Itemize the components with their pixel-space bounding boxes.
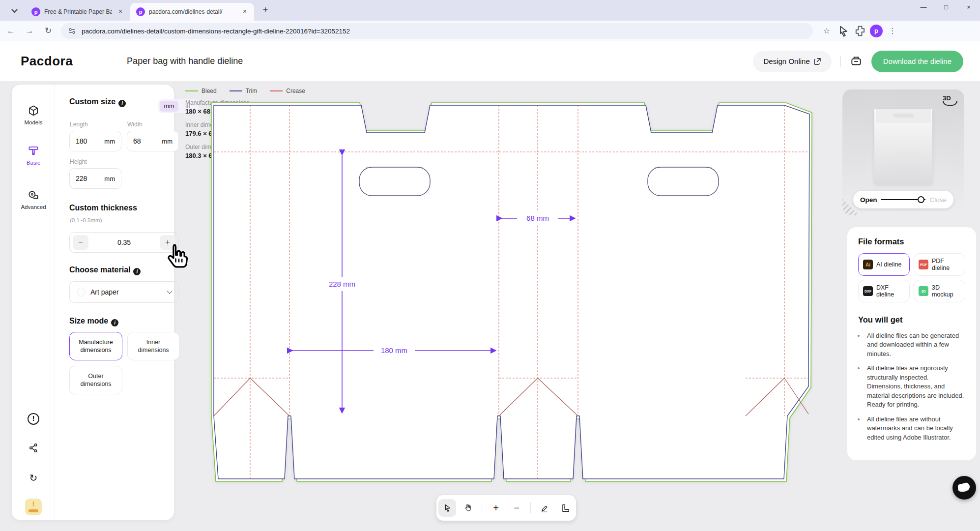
unit-mm-option[interactable]: mm xyxy=(160,101,178,112)
share-button[interactable] xyxy=(12,442,55,455)
format-label: 3D mockup xyxy=(932,284,960,298)
length-unit: mm xyxy=(104,138,115,145)
info-icon[interactable]: i xyxy=(118,100,126,107)
toolbar-divider xyxy=(482,502,482,513)
design-online-button[interactable]: Design Online xyxy=(753,51,832,72)
tab-close-icon[interactable]: × xyxy=(240,7,249,16)
ruler-corner-icon xyxy=(561,503,570,513)
size-mode-inner-button[interactable]: Inner dimensions xyxy=(127,332,179,360)
info-icon[interactable]: i xyxy=(111,319,118,326)
info-icon[interactable]: i xyxy=(133,268,141,275)
sidebar-item-advanced[interactable]: Advanced xyxy=(12,189,55,210)
benefit-item: All dieline files are without watermarks… xyxy=(865,415,965,442)
window-controls: — □ × xyxy=(912,0,980,16)
print-icon[interactable] xyxy=(850,55,863,68)
preview-3d-card[interactable]: 3D Open Close xyxy=(842,89,964,215)
size-mode-label: Size mode xyxy=(69,317,108,325)
reload-button[interactable] xyxy=(40,23,56,39)
size-mode-outer-button[interactable]: Outer dimensions xyxy=(69,366,122,394)
cursor-arrow-icon xyxy=(443,503,452,513)
material-dropdown[interactable]: Art paper xyxy=(69,281,179,303)
url-text: pacdora.com/dielines-detail/custom-dimen… xyxy=(82,28,350,35)
rotate-3d-icon[interactable]: 3D xyxy=(943,94,957,106)
canvas-toolbar: + − xyxy=(436,495,576,521)
dieline-drawing xyxy=(211,103,812,481)
browser-tab-inactive[interactable]: p Free & Printable Paper Bag T × xyxy=(26,3,130,21)
slider-knob[interactable] xyxy=(918,196,924,203)
sidebar-item-models[interactable]: Models xyxy=(12,104,55,125)
height-dimension-label: 228 mm xyxy=(329,280,355,288)
window-minimize-button[interactable]: — xyxy=(912,0,935,16)
toolbar-divider xyxy=(530,502,531,513)
browser-tab-active[interactable]: p pacdora.com/dielines-detail/ × xyxy=(130,3,254,21)
site-info-icon[interactable] xyxy=(68,27,77,35)
length-field[interactable]: 180 mm xyxy=(69,131,121,151)
select-tool-button[interactable] xyxy=(438,499,456,517)
share-icon xyxy=(28,442,39,453)
thickness-value[interactable]: 0.35 xyxy=(88,238,160,246)
crease-swatch xyxy=(270,90,283,92)
browser-address-bar: pacdora.com/dielines-detail/custom-dimen… xyxy=(0,21,980,41)
zoom-in-button[interactable]: + xyxy=(487,499,505,517)
slider-track[interactable] xyxy=(881,199,926,201)
pacdora-logo[interactable]: Pacdora xyxy=(21,54,73,69)
size-mode-title: Size modei xyxy=(69,317,118,326)
zoom-out-button[interactable]: − xyxy=(508,499,525,517)
benefit-item: All dieline files are rigorously structu… xyxy=(865,364,965,409)
tab-search-button[interactable] xyxy=(7,3,22,18)
tab-close-icon[interactable]: × xyxy=(116,7,125,16)
handle-hole xyxy=(359,167,430,196)
extensions-puzzle-icon[interactable] xyxy=(853,24,867,38)
size-mode-manufacture-button[interactable]: Manufacture dimensions xyxy=(69,332,122,360)
format-pdf-button[interactable]: PDF PDF dieline xyxy=(914,253,965,276)
window-maximize-button[interactable]: □ xyxy=(935,0,957,16)
side-dimension-label: 68 mm xyxy=(526,214,549,222)
sidebar-label: Advanced xyxy=(12,204,55,210)
download-dieline-button[interactable]: Download the dieline xyxy=(871,51,963,72)
height-field[interactable]: 228 mm xyxy=(69,168,121,189)
url-omnibox[interactable]: pacdora.com/dielines-detail/custom-dimen… xyxy=(61,23,813,39)
dieline-canvas[interactable]: 228 mm 68 mm 180 mm xyxy=(197,93,826,487)
format-dxf-button[interactable]: DXF DXF dieline xyxy=(858,280,910,302)
new-tab-button[interactable] xyxy=(259,4,272,17)
edit-dieline-button[interactable] xyxy=(536,499,553,517)
material-label: Choose material xyxy=(69,266,130,274)
back-button[interactable] xyxy=(3,23,19,39)
design-online-label: Design Online xyxy=(764,57,810,65)
paper-bag-render xyxy=(874,109,932,184)
report-issue-button[interactable] xyxy=(12,413,55,425)
thickness-title: Custom thickness xyxy=(69,204,137,212)
browser-profile-avatar[interactable]: p xyxy=(870,25,883,37)
ai-file-icon: Ai xyxy=(863,260,873,269)
pacdora-favicon: p xyxy=(31,7,40,16)
close-label: Close xyxy=(929,196,947,204)
thickness-decrease-button[interactable]: − xyxy=(73,235,88,250)
dxf-file-icon: DXF xyxy=(863,286,873,296)
format-options: Ai AI dieline PDF PDF dieline DXF DXF di… xyxy=(858,253,965,302)
sidebar-rail: Models Basic Advanced xyxy=(12,85,55,520)
browser-tab-strip: p Free & Printable Paper Bag T × p pacdo… xyxy=(0,0,980,21)
chevron-down-icon xyxy=(11,6,18,13)
browser-menu-icon[interactable] xyxy=(886,24,899,38)
chat-widget-button[interactable] xyxy=(952,476,976,500)
sidebar-item-basic[interactable]: Basic xyxy=(12,145,55,166)
length-label: Length xyxy=(70,121,88,128)
reset-button[interactable] xyxy=(12,472,55,484)
format-3d-mockup-button[interactable]: 3D 3D mockup xyxy=(914,280,965,302)
forward-button[interactable] xyxy=(22,23,37,39)
warning-icon xyxy=(28,414,39,422)
pan-tool-button[interactable] xyxy=(459,499,477,517)
browser-actions: p xyxy=(820,24,899,38)
bookmark-star-icon[interactable] xyxy=(820,24,834,38)
width-unit: mm xyxy=(162,138,173,145)
width-field[interactable]: 68 mm xyxy=(127,131,179,151)
pro-promo-badge[interactable] xyxy=(12,499,55,515)
cursor-extension-icon[interactable] xyxy=(836,24,850,38)
window-close-button[interactable]: × xyxy=(957,0,980,16)
benefit-item: All dieline files can be generated and d… xyxy=(865,331,965,358)
thickness-increase-button[interactable]: + xyxy=(160,235,175,250)
format-ai-button[interactable]: Ai AI dieline xyxy=(858,253,910,276)
measure-tool-button[interactable] xyxy=(556,499,574,517)
you-will-get-title: You will get xyxy=(858,315,965,324)
cube-icon xyxy=(27,104,40,117)
